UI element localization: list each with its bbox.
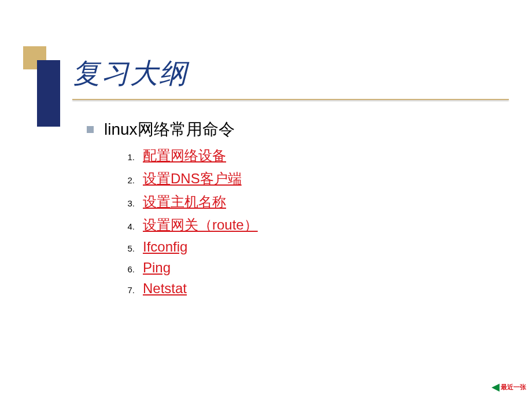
list-link[interactable]: Netstat — [143, 280, 187, 297]
list-item: 3. 设置主机名称 — [119, 193, 258, 211]
nav-label: 最近一张 — [501, 383, 526, 391]
list-number: 5. — [119, 243, 135, 253]
list-item: 7. Netstat — [119, 280, 258, 297]
list-item: 6. Ping — [119, 260, 258, 276]
section-heading: linux网络常用命令 — [104, 119, 235, 141]
list-number: 4. — [119, 221, 135, 231]
decoration-navy-rect — [37, 60, 60, 127]
list-link[interactable]: 设置主机名称 — [143, 193, 226, 211]
ordered-list: 1. 配置网络设备 2. 设置DNS客户端 3. 设置主机名称 4. 设置网关（… — [119, 146, 258, 297]
title-area: 复习大纲 — [72, 55, 509, 100]
list-item: 2. 设置DNS客户端 — [119, 169, 258, 188]
list-link[interactable]: Ifconfig — [143, 239, 187, 255]
list-item: 4. 设置网关（route） — [119, 216, 258, 234]
list-number: 2. — [119, 175, 135, 185]
list-item: 1. 配置网络设备 — [119, 146, 258, 165]
list-link[interactable]: 设置DNS客户端 — [143, 169, 242, 188]
slide-title: 复习大纲 — [72, 55, 509, 92]
arrow-left-icon: ◀ — [492, 380, 500, 393]
list-item: 5. Ifconfig — [119, 239, 258, 255]
title-underline — [72, 99, 509, 100]
list-link[interactable]: 配置网络设备 — [143, 146, 226, 165]
list-number: 6. — [119, 264, 135, 274]
bullet-square-icon — [87, 126, 94, 133]
list-link[interactable]: 设置网关（route） — [143, 216, 258, 234]
list-number: 1. — [119, 152, 135, 162]
section-heading-row: linux网络常用命令 — [87, 119, 258, 141]
nav-footer[interactable]: ◀ 最近一张 — [492, 380, 526, 393]
list-number: 7. — [119, 285, 135, 295]
list-link[interactable]: Ping — [143, 260, 171, 276]
content-area: linux网络常用命令 1. 配置网络设备 2. 设置DNS客户端 3. 设置主… — [87, 119, 258, 301]
list-number: 3. — [119, 198, 135, 208]
